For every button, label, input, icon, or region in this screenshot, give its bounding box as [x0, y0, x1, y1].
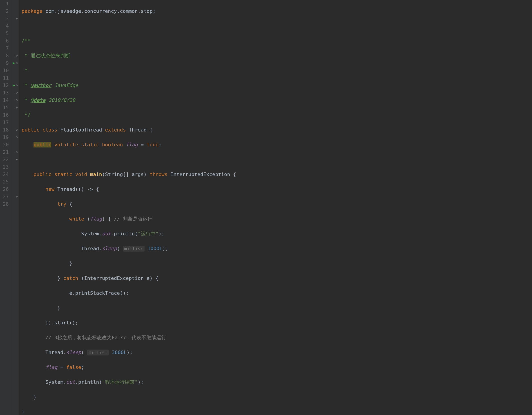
code-editor[interactable]: 1 2 3 4 5 6 7 8 9 10 11 12 13 14 15 16 1…	[0, 0, 532, 415]
code-line[interactable]: flag = false;	[22, 364, 236, 371]
line-number: 11	[1, 74, 9, 82]
fold-icon[interactable]: ⊖	[16, 194, 18, 199]
code-line[interactable]	[22, 22, 236, 30]
line-number: 18	[1, 126, 9, 133]
line-number: 9	[1, 59, 9, 67]
fold-icon[interactable]: ⊖	[16, 135, 18, 140]
line-number: 26	[1, 186, 9, 193]
code-line[interactable]: *	[22, 67, 236, 74]
code-line[interactable]	[22, 156, 236, 163]
line-number: 12	[1, 82, 9, 89]
line-number: 24	[1, 171, 9, 178]
code-line[interactable]: package com.javaedge.concurrency.common.…	[22, 7, 236, 15]
gutter-icons: ▶ ▶ ⊖ ⊖ ⊖ ⊖ ⊖ ⊖ ⊖ ⊖ ⊖ ⊖ ⊖ ⊖	[11, 0, 19, 415]
code-line[interactable]: } catch (InterruptedException e) {	[22, 274, 236, 282]
fold-icon[interactable]: ⊖	[16, 61, 18, 66]
code-line[interactable]: * 通过状态位来判断	[22, 52, 236, 59]
line-number: 25	[1, 178, 9, 186]
parameter-hint: millis:	[87, 349, 109, 355]
fold-icon[interactable]: ⊖	[16, 83, 18, 88]
line-number: 3	[1, 15, 9, 22]
parameter-hint: millis:	[123, 246, 144, 252]
line-number: 4	[1, 22, 9, 30]
code-line[interactable]: }	[22, 260, 236, 267]
line-number: 28	[1, 200, 9, 208]
code-line[interactable]: System.out.println("运行中");	[22, 230, 236, 237]
code-line[interactable]: System.out.println("程序运行结束");	[22, 378, 236, 386]
fold-icon[interactable]: ⊖	[16, 16, 18, 21]
run-gutter-icon[interactable]: ▶	[13, 82, 15, 88]
line-number-gutter: 1 2 3 4 5 6 7 8 9 10 11 12 13 14 15 16 1…	[0, 0, 11, 415]
line-number: 13	[1, 89, 9, 96]
fold-icon[interactable]: ⊖	[16, 150, 18, 154]
line-number: 16	[1, 111, 9, 119]
code-line[interactable]: }	[22, 408, 236, 415]
fold-icon[interactable]: ⊖	[16, 157, 18, 162]
line-number: 6	[1, 37, 9, 45]
line-number: 21	[1, 148, 9, 156]
code-line[interactable]: Thread.sleep( millis: 3000L);	[22, 349, 236, 356]
code-line[interactable]: }	[22, 304, 236, 311]
code-line[interactable]: */	[22, 111, 236, 119]
line-number: 22	[1, 156, 9, 163]
line-number: 2	[1, 7, 9, 15]
code-line[interactable]: }	[22, 393, 236, 401]
code-line[interactable]: while (flag) { // 判断是否运行	[22, 215, 236, 223]
line-number: 8	[1, 52, 9, 59]
line-number: 14	[1, 96, 9, 104]
line-number: 20	[1, 141, 9, 148]
code-content[interactable]: package com.javaedge.concurrency.common.…	[19, 0, 236, 415]
fold-icon[interactable]: ⊖	[16, 127, 18, 132]
fold-icon[interactable]: ⊖	[16, 98, 18, 103]
line-number: 5	[1, 30, 9, 37]
run-gutter-icon[interactable]: ▶	[13, 60, 15, 66]
code-line[interactable]: // 3秒之后，将状态标志改为False，代表不继续运行	[22, 334, 236, 341]
code-line[interactable]: try {	[22, 200, 236, 208]
code-line[interactable]: Thread.sleep( millis: 1000L);	[22, 245, 236, 252]
code-line[interactable]: new Thread(() -> {	[22, 186, 236, 193]
code-line[interactable]: e.printStackTrace();	[22, 289, 236, 297]
line-number: 27	[1, 193, 9, 200]
line-number: 19	[1, 133, 9, 141]
code-line[interactable]: public static void main(String[] args) t…	[22, 171, 236, 178]
fold-icon[interactable]: ⊖	[16, 53, 18, 58]
code-line[interactable]: * @date 2019/8/29	[22, 96, 236, 104]
fold-icon[interactable]: ⊖	[16, 105, 18, 110]
line-number: 1	[1, 0, 9, 7]
fold-icon[interactable]: ⊖	[16, 90, 18, 95]
line-number: 10	[1, 67, 9, 74]
line-number: 23	[1, 163, 9, 171]
line-number: 7	[1, 45, 9, 52]
code-line[interactable]: public volatile static boolean flag = tr…	[22, 141, 236, 148]
code-line[interactable]: }).start();	[22, 319, 236, 326]
code-line[interactable]: public class FlagStopThread extends Thre…	[22, 126, 236, 133]
code-line[interactable]: * @author JavaEdge	[22, 82, 236, 89]
line-number: 15	[1, 104, 9, 111]
code-line[interactable]: /**	[22, 37, 236, 45]
line-number: 17	[1, 119, 9, 126]
